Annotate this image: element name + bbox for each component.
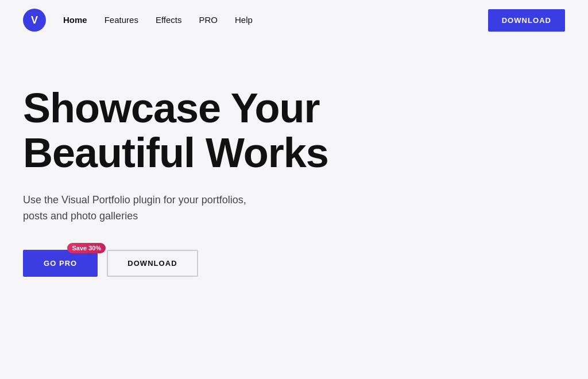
cta-buttons: Save 30% GO PRO DOWNLOAD (23, 250, 379, 277)
nav-link-effects[interactable]: Effects (156, 15, 182, 25)
nav-item-pro[interactable]: PRO (199, 15, 218, 25)
nav-link-home[interactable]: Home (63, 15, 87, 25)
nav-item-features[interactable]: Features (105, 15, 138, 25)
hero-section: Showcase Your Beautiful Works Use the Vi… (0, 40, 402, 277)
nav-item-effects[interactable]: Effects (156, 15, 182, 25)
go-pro-wrapper: Save 30% GO PRO (23, 250, 98, 277)
hero-title-line2: Beautiful Works (23, 130, 328, 176)
logo-letter: V (31, 14, 38, 26)
nav-link-features[interactable]: Features (105, 15, 138, 25)
go-pro-button[interactable]: GO PRO (23, 250, 98, 277)
navbar: V Home Features Effects PRO Help DOWNLOA… (0, 0, 588, 40)
nav-link-help[interactable]: Help (235, 15, 253, 25)
nav-item-home[interactable]: Home (63, 15, 87, 25)
nav-links: Home Features Effects PRO Help (63, 15, 488, 25)
nav-download-button[interactable]: DOWNLOAD (488, 9, 565, 32)
nav-link-pro[interactable]: PRO (199, 15, 218, 25)
nav-item-help[interactable]: Help (235, 15, 253, 25)
hero-title: Showcase Your Beautiful Works (23, 86, 379, 176)
save-badge: Save 30% (67, 243, 106, 253)
hero-title-line1: Showcase Your (23, 85, 320, 131)
download-button[interactable]: DOWNLOAD (107, 250, 198, 277)
hero-subtitle: Use the Visual Portfolio plugin for your… (23, 192, 270, 225)
logo[interactable]: V (23, 9, 46, 32)
